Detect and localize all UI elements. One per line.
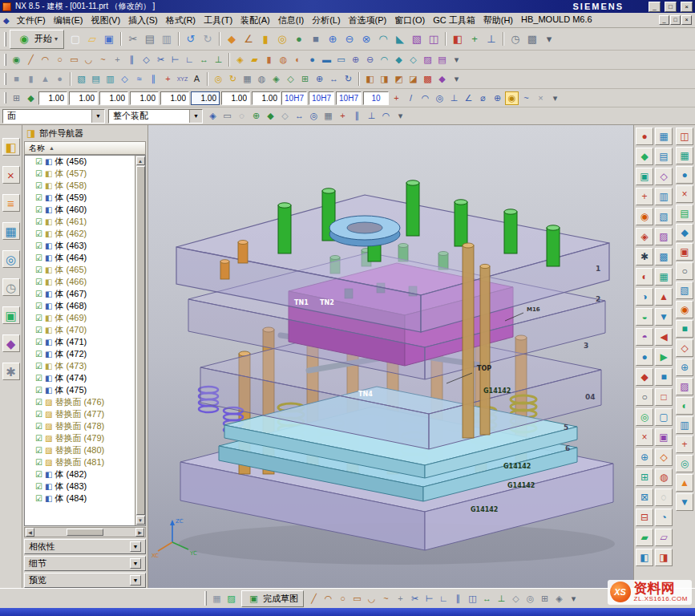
sketch-icon[interactable]: ∠ [240, 31, 257, 47]
tolerance-input-3[interactable] [336, 91, 362, 105]
silhouette-icon[interactable]: ○ [636, 388, 653, 406]
dim-input-5[interactable] [160, 91, 189, 105]
snap-active-icon[interactable]: ◉ [505, 91, 519, 105]
right-view-icon[interactable]: ◩ [392, 72, 406, 86]
scroll-left-icon[interactable]: ◀ [26, 528, 34, 537]
snap-settings-icon[interactable]: ◎ [307, 109, 321, 123]
face-analysis-icon[interactable]: ◆ [636, 148, 653, 165]
profile-icon[interactable]: ◉ [10, 53, 23, 67]
dim-input-6[interactable] [191, 91, 220, 105]
navigator-row[interactable]: ☑▨替换面 (481) [25, 456, 135, 468]
sketch-trim-icon[interactable]: ✂ [408, 592, 422, 606]
checkbox-icon[interactable]: ☑ [35, 193, 42, 202]
checkbox-icon[interactable]: ☑ [35, 338, 42, 346]
ghost-view-icon[interactable]: ◌ [655, 488, 673, 506]
parallel-filter-icon[interactable]: ∥ [350, 109, 364, 123]
geometric-constraints-icon[interactable]: ⊥ [212, 53, 225, 67]
project-curve-icon[interactable]: ◇ [139, 53, 153, 67]
sketch-mirror-icon[interactable]: ◫ [466, 592, 479, 606]
intersect-icon[interactable]: ⊗ [358, 31, 374, 47]
extract-body-icon[interactable]: ▧ [75, 72, 88, 86]
checkbox-icon[interactable]: ☑ [35, 482, 42, 491]
hole-icon[interactable]: ● [291, 31, 307, 47]
checkbox-icon[interactable]: ☑ [35, 386, 42, 395]
undo-icon[interactable]: ↺ [183, 31, 199, 47]
dim-input-2[interactable] [69, 91, 98, 105]
edit-tool-icon[interactable]: ◇ [655, 448, 673, 466]
erase-tool-icon[interactable]: × [676, 185, 693, 203]
pan-icon[interactable]: ↔ [327, 72, 341, 86]
arc-icon[interactable]: ◠ [38, 53, 52, 67]
navigator-row[interactable]: ☑◧体 (471) [25, 336, 135, 348]
checkbox-icon[interactable]: ☑ [35, 290, 42, 298]
open-icon[interactable]: ▱ [84, 31, 100, 47]
extrude-feature-icon[interactable]: ▮ [262, 53, 276, 67]
checkbox-icon[interactable]: ☑ [35, 302, 42, 310]
ruled-icon[interactable]: ∥ [147, 72, 160, 86]
target-point-icon[interactable]: ◎ [636, 408, 653, 426]
flow-right-icon[interactable]: ▶ [655, 348, 673, 366]
offset-surface-icon[interactable]: ▤ [89, 72, 103, 86]
through-curves-icon[interactable]: ≈ [132, 72, 146, 86]
cylinder-icon[interactable]: ▮ [24, 72, 38, 86]
block-icon[interactable]: ■ [308, 31, 324, 47]
slope-check-icon[interactable]: ▩ [655, 248, 673, 265]
chevron-down-icon[interactable]: ▼ [91, 110, 104, 123]
checkbox-icon[interactable]: ☑ [35, 169, 42, 178]
shade-tool-icon[interactable]: ▨ [676, 378, 693, 395]
gem-tool-icon[interactable]: ◆ [676, 224, 693, 241]
crosshair-tool-icon[interactable]: ⊕ [676, 359, 693, 376]
navigator-hscrollbar[interactable]: ◀ ▶ [24, 527, 146, 537]
rapid-dimension-icon[interactable]: ↔ [197, 53, 211, 67]
deviation-gauge-icon[interactable]: ● [636, 128, 653, 145]
point-icon[interactable]: + [111, 53, 124, 67]
sketch-extend-icon[interactable]: ⊢ [422, 592, 436, 606]
menu-item-8[interactable]: 信息(I) [274, 13, 308, 28]
sketch-polygon-icon[interactable]: ◇ [509, 592, 523, 606]
highlight-lines-icon[interactable]: ◉ [636, 208, 653, 225]
navigator-row[interactable]: ☑◧体 (469) [25, 312, 135, 324]
dim-input-4[interactable] [130, 91, 159, 105]
point-snap-icon[interactable]: + [390, 91, 403, 105]
expand-tool-icon[interactable]: ⊞ [636, 468, 653, 486]
name-column-header[interactable]: 名称 ▲ [24, 141, 146, 155]
chevron-down-icon[interactable]: ▼ [130, 575, 141, 586]
offset-curve-icon[interactable]: ∥ [125, 53, 139, 67]
move-object-icon[interactable]: ↔ [293, 109, 306, 123]
point-set-icon[interactable]: + [161, 72, 175, 86]
sketch-line-icon[interactable]: ╱ [307, 592, 321, 606]
text-icon[interactable]: A [190, 72, 204, 86]
section-analysis-icon[interactable]: ▤ [655, 148, 673, 165]
revolve-icon[interactable]: ◎ [274, 31, 290, 47]
angle-tool-icon[interactable]: ◔ [655, 509, 673, 526]
hscroll-thumb[interactable] [67, 529, 103, 536]
fillet-icon[interactable]: ◡ [82, 53, 95, 67]
minimize-button[interactable]: _ [649, 2, 661, 12]
checkbox-icon[interactable]: ☑ [35, 157, 42, 166]
dim-input-8[interactable] [252, 91, 281, 105]
menu-item-10[interactable]: 首选项(P) [345, 13, 391, 28]
menu-item-12[interactable]: GC 工具箱 [429, 13, 479, 28]
copy-icon[interactable]: ▤ [142, 31, 158, 47]
outline-tool-icon[interactable]: ◇ [676, 339, 693, 357]
subtract-icon[interactable]: ⊖ [341, 31, 358, 47]
navigator-row[interactable]: ☑◧体 (464) [25, 252, 135, 264]
navigator-section-3[interactable]: 预览▼ [24, 573, 146, 588]
constraint-navigator-icon[interactable]: × [2, 166, 20, 184]
cut-icon[interactable]: ✂ [125, 31, 141, 47]
row1-more-icon[interactable]: ▾ [541, 31, 557, 47]
circle-icon[interactable]: ○ [53, 53, 67, 67]
save-icon[interactable]: ▣ [101, 31, 117, 47]
toolbar-grip[interactable] [4, 73, 6, 85]
thickness-check-icon[interactable]: ◐ [636, 268, 653, 286]
checkbox-icon[interactable]: ☑ [35, 314, 42, 322]
tangent-filter-icon[interactable]: ◠ [379, 109, 393, 123]
curve-analysis-icon[interactable]: ▥ [655, 188, 673, 205]
doc-minimize-button[interactable]: _ [659, 15, 669, 25]
move-component-icon[interactable]: + [467, 31, 483, 47]
datum-icon[interactable]: ◆ [224, 31, 240, 47]
navigator-row[interactable]: ☑◧体 (462) [25, 228, 135, 240]
toolbar-grip[interactable] [4, 32, 6, 47]
row4-more-icon[interactable]: ▾ [548, 91, 562, 105]
paste-icon[interactable]: ▥ [159, 31, 175, 47]
